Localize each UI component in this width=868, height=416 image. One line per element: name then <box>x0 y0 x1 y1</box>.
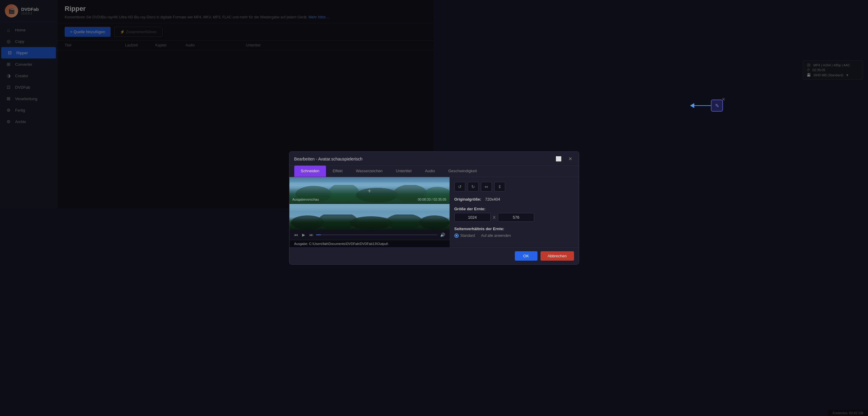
video-bottom-frame <box>289 204 434 208</box>
video-time: 00:00:33 / 02:35:05 <box>418 198 434 201</box>
video-preview: Ausgabevorschau 00:00:33 / 02:35:05 + <box>289 177 434 208</box>
video-top-frame: Ausgabevorschau 00:00:33 / 02:35:05 + <box>289 177 434 204</box>
tab-schneiden[interactable]: Schneiden <box>294 166 326 177</box>
svg-point-1 <box>329 185 359 202</box>
tab-effekt[interactable]: Effekt <box>326 166 349 177</box>
video-preview-area: Ausgabevorschau 00:00:33 / 02:35:05 + <box>289 177 434 208</box>
svg-point-2 <box>356 187 398 202</box>
tab-audio[interactable]: Audio <box>418 166 434 177</box>
mist-overlay-bottom <box>289 206 434 208</box>
edit-dialog: Bearbeiten - Avatar.schauspielerisch ⬜ ✕… <box>289 151 434 208</box>
tab-wasserzeichen[interactable]: Wasserzeichen <box>349 166 389 177</box>
video-add-button[interactable]: + <box>368 187 371 195</box>
dialog-body: Ausgabevorschau 00:00:33 / 02:35:05 + <box>289 177 434 208</box>
dialog-title: Bearbeiten - Avatar.schauspielerisch <box>294 157 363 162</box>
tab-untertitel[interactable]: Untertitel <box>389 166 418 177</box>
dialog-title-bar: Bearbeiten - Avatar.schauspielerisch ⬜ ✕ <box>289 152 434 166</box>
dialog-overlay: Bearbeiten - Avatar.schauspielerisch ⬜ ✕… <box>57 0 434 208</box>
video-label: Ausgabevorschau <box>292 198 319 201</box>
dialog-tabs: Schneiden Effekt Wasserzeichen Untertite… <box>289 166 434 177</box>
main-content: Ripper Konvertieren Sie DVD/Blu-ray/4K U… <box>57 0 434 208</box>
